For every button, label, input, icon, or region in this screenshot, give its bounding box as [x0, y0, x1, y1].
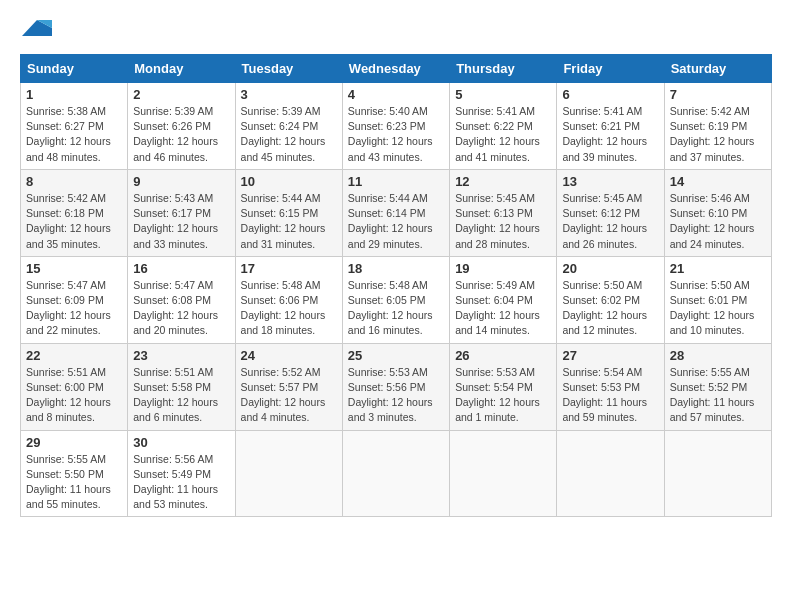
day-number: 1 [26, 87, 122, 102]
day-detail: Sunrise: 5:41 AM Sunset: 6:22 PM Dayligh… [455, 104, 551, 165]
calendar-cell: 17Sunrise: 5:48 AM Sunset: 6:06 PM Dayli… [235, 256, 342, 343]
day-detail: Sunrise: 5:39 AM Sunset: 6:24 PM Dayligh… [241, 104, 337, 165]
logo [20, 20, 52, 38]
day-detail: Sunrise: 5:50 AM Sunset: 6:02 PM Dayligh… [562, 278, 658, 339]
calendar-cell: 2Sunrise: 5:39 AM Sunset: 6:26 PM Daylig… [128, 83, 235, 170]
day-number: 21 [670, 261, 766, 276]
col-header-friday: Friday [557, 55, 664, 83]
day-detail: Sunrise: 5:42 AM Sunset: 6:19 PM Dayligh… [670, 104, 766, 165]
day-number: 14 [670, 174, 766, 189]
day-number: 26 [455, 348, 551, 363]
page-header [20, 20, 772, 38]
day-number: 5 [455, 87, 551, 102]
calendar-cell: 29Sunrise: 5:55 AM Sunset: 5:50 PM Dayli… [21, 430, 128, 517]
day-detail: Sunrise: 5:43 AM Sunset: 6:17 PM Dayligh… [133, 191, 229, 252]
calendar-cell: 5Sunrise: 5:41 AM Sunset: 6:22 PM Daylig… [450, 83, 557, 170]
day-number: 15 [26, 261, 122, 276]
day-number: 13 [562, 174, 658, 189]
calendar-cell: 8Sunrise: 5:42 AM Sunset: 6:18 PM Daylig… [21, 169, 128, 256]
day-number: 25 [348, 348, 444, 363]
day-detail: Sunrise: 5:45 AM Sunset: 6:12 PM Dayligh… [562, 191, 658, 252]
day-number: 29 [26, 435, 122, 450]
day-detail: Sunrise: 5:46 AM Sunset: 6:10 PM Dayligh… [670, 191, 766, 252]
day-detail: Sunrise: 5:44 AM Sunset: 6:14 PM Dayligh… [348, 191, 444, 252]
calendar-cell [557, 430, 664, 517]
calendar-cell: 9Sunrise: 5:43 AM Sunset: 6:17 PM Daylig… [128, 169, 235, 256]
day-number: 12 [455, 174, 551, 189]
col-header-sunday: Sunday [21, 55, 128, 83]
day-detail: Sunrise: 5:53 AM Sunset: 5:56 PM Dayligh… [348, 365, 444, 426]
calendar-cell: 10Sunrise: 5:44 AM Sunset: 6:15 PM Dayli… [235, 169, 342, 256]
day-number: 24 [241, 348, 337, 363]
calendar-cell: 25Sunrise: 5:53 AM Sunset: 5:56 PM Dayli… [342, 343, 449, 430]
day-detail: Sunrise: 5:41 AM Sunset: 6:21 PM Dayligh… [562, 104, 658, 165]
calendar-cell [664, 430, 771, 517]
day-detail: Sunrise: 5:53 AM Sunset: 5:54 PM Dayligh… [455, 365, 551, 426]
day-detail: Sunrise: 5:49 AM Sunset: 6:04 PM Dayligh… [455, 278, 551, 339]
day-detail: Sunrise: 5:51 AM Sunset: 5:58 PM Dayligh… [133, 365, 229, 426]
day-detail: Sunrise: 5:44 AM Sunset: 6:15 PM Dayligh… [241, 191, 337, 252]
day-number: 10 [241, 174, 337, 189]
col-header-saturday: Saturday [664, 55, 771, 83]
day-number: 3 [241, 87, 337, 102]
day-number: 18 [348, 261, 444, 276]
day-detail: Sunrise: 5:55 AM Sunset: 5:50 PM Dayligh… [26, 452, 122, 513]
col-header-monday: Monday [128, 55, 235, 83]
day-detail: Sunrise: 5:42 AM Sunset: 6:18 PM Dayligh… [26, 191, 122, 252]
calendar-cell: 16Sunrise: 5:47 AM Sunset: 6:08 PM Dayli… [128, 256, 235, 343]
day-number: 28 [670, 348, 766, 363]
day-number: 6 [562, 87, 658, 102]
day-detail: Sunrise: 5:50 AM Sunset: 6:01 PM Dayligh… [670, 278, 766, 339]
day-detail: Sunrise: 5:48 AM Sunset: 6:05 PM Dayligh… [348, 278, 444, 339]
day-number: 4 [348, 87, 444, 102]
calendar-cell: 20Sunrise: 5:50 AM Sunset: 6:02 PM Dayli… [557, 256, 664, 343]
day-detail: Sunrise: 5:51 AM Sunset: 6:00 PM Dayligh… [26, 365, 122, 426]
calendar-cell: 23Sunrise: 5:51 AM Sunset: 5:58 PM Dayli… [128, 343, 235, 430]
day-detail: Sunrise: 5:54 AM Sunset: 5:53 PM Dayligh… [562, 365, 658, 426]
day-number: 11 [348, 174, 444, 189]
calendar-cell [342, 430, 449, 517]
day-number: 20 [562, 261, 658, 276]
calendar-cell: 24Sunrise: 5:52 AM Sunset: 5:57 PM Dayli… [235, 343, 342, 430]
week-row-4: 22Sunrise: 5:51 AM Sunset: 6:00 PM Dayli… [21, 343, 772, 430]
calendar-cell: 4Sunrise: 5:40 AM Sunset: 6:23 PM Daylig… [342, 83, 449, 170]
day-detail: Sunrise: 5:47 AM Sunset: 6:08 PM Dayligh… [133, 278, 229, 339]
day-detail: Sunrise: 5:56 AM Sunset: 5:49 PM Dayligh… [133, 452, 229, 513]
calendar-cell: 22Sunrise: 5:51 AM Sunset: 6:00 PM Dayli… [21, 343, 128, 430]
calendar-cell: 3Sunrise: 5:39 AM Sunset: 6:24 PM Daylig… [235, 83, 342, 170]
day-number: 17 [241, 261, 337, 276]
day-number: 23 [133, 348, 229, 363]
calendar-cell: 11Sunrise: 5:44 AM Sunset: 6:14 PM Dayli… [342, 169, 449, 256]
week-row-5: 29Sunrise: 5:55 AM Sunset: 5:50 PM Dayli… [21, 430, 772, 517]
calendar-cell: 18Sunrise: 5:48 AM Sunset: 6:05 PM Dayli… [342, 256, 449, 343]
calendar-cell: 30Sunrise: 5:56 AM Sunset: 5:49 PM Dayli… [128, 430, 235, 517]
day-number: 7 [670, 87, 766, 102]
calendar-cell: 28Sunrise: 5:55 AM Sunset: 5:52 PM Dayli… [664, 343, 771, 430]
day-detail: Sunrise: 5:39 AM Sunset: 6:26 PM Dayligh… [133, 104, 229, 165]
calendar-cell: 15Sunrise: 5:47 AM Sunset: 6:09 PM Dayli… [21, 256, 128, 343]
logo-icon [22, 18, 52, 38]
calendar-cell: 21Sunrise: 5:50 AM Sunset: 6:01 PM Dayli… [664, 256, 771, 343]
day-detail: Sunrise: 5:38 AM Sunset: 6:27 PM Dayligh… [26, 104, 122, 165]
calendar-cell: 6Sunrise: 5:41 AM Sunset: 6:21 PM Daylig… [557, 83, 664, 170]
col-header-tuesday: Tuesday [235, 55, 342, 83]
calendar-cell: 7Sunrise: 5:42 AM Sunset: 6:19 PM Daylig… [664, 83, 771, 170]
day-number: 27 [562, 348, 658, 363]
day-detail: Sunrise: 5:48 AM Sunset: 6:06 PM Dayligh… [241, 278, 337, 339]
day-number: 22 [26, 348, 122, 363]
calendar-cell [235, 430, 342, 517]
calendar-cell: 12Sunrise: 5:45 AM Sunset: 6:13 PM Dayli… [450, 169, 557, 256]
calendar-cell: 27Sunrise: 5:54 AM Sunset: 5:53 PM Dayli… [557, 343, 664, 430]
day-detail: Sunrise: 5:47 AM Sunset: 6:09 PM Dayligh… [26, 278, 122, 339]
col-header-wednesday: Wednesday [342, 55, 449, 83]
calendar-cell: 13Sunrise: 5:45 AM Sunset: 6:12 PM Dayli… [557, 169, 664, 256]
calendar-cell: 19Sunrise: 5:49 AM Sunset: 6:04 PM Dayli… [450, 256, 557, 343]
calendar-table: SundayMondayTuesdayWednesdayThursdayFrid… [20, 54, 772, 517]
calendar-cell: 1Sunrise: 5:38 AM Sunset: 6:27 PM Daylig… [21, 83, 128, 170]
col-header-thursday: Thursday [450, 55, 557, 83]
calendar-cell: 26Sunrise: 5:53 AM Sunset: 5:54 PM Dayli… [450, 343, 557, 430]
day-detail: Sunrise: 5:52 AM Sunset: 5:57 PM Dayligh… [241, 365, 337, 426]
calendar-cell: 14Sunrise: 5:46 AM Sunset: 6:10 PM Dayli… [664, 169, 771, 256]
week-row-2: 8Sunrise: 5:42 AM Sunset: 6:18 PM Daylig… [21, 169, 772, 256]
day-detail: Sunrise: 5:55 AM Sunset: 5:52 PM Dayligh… [670, 365, 766, 426]
